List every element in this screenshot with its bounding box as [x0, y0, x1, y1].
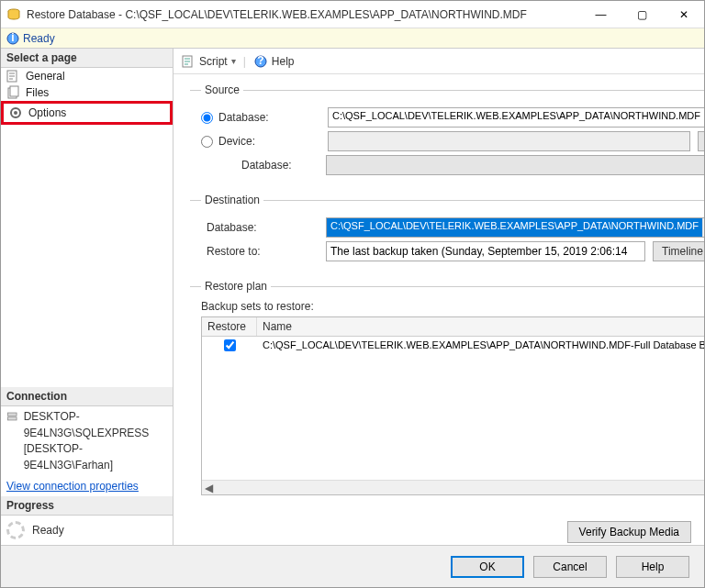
- verify-backup-media-button[interactable]: Verify Backup Media: [567, 521, 691, 543]
- source-database-radio[interactable]: [201, 112, 213, 124]
- col-restore[interactable]: Restore: [202, 317, 257, 336]
- source-sub-database-label: Database:: [201, 159, 319, 172]
- ready-icon: i: [6, 32, 19, 45]
- options-icon: [8, 105, 23, 120]
- svg-text:?: ?: [257, 54, 263, 67]
- svg-rect-9: [8, 417, 17, 420]
- dialog-footer: OK Cancel Help: [1, 545, 704, 587]
- horizontal-scrollbar[interactable]: ◀▶: [202, 480, 704, 494]
- svg-point-7: [14, 111, 17, 115]
- connection-heading: Connection: [1, 387, 173, 406]
- ok-button[interactable]: OK: [451, 556, 524, 578]
- destination-group: Destination Database: C:\QSF_LOCAL\DEV\T…: [190, 194, 704, 276]
- window-title: Restore Database - C:\QSF_LOCAL\DEV\TELE…: [27, 8, 580, 21]
- source-legend: Source: [201, 83, 243, 96]
- files-icon: [6, 85, 20, 100]
- titlebar: Restore Database - C:\QSF_LOCAL\DEV\TELE…: [1, 1, 704, 28]
- right-pane: Script ▾ | ? Help Source Database:: [173, 49, 704, 545]
- sidebar: Select a page General Files Options Conn…: [1, 49, 173, 545]
- help-icon: ?: [253, 54, 268, 69]
- timeline-button[interactable]: Timeline...: [653, 241, 704, 261]
- restore-plan-group: Restore plan Backup sets to restore: Res…: [190, 280, 704, 506]
- help-button[interactable]: Help: [616, 556, 689, 578]
- browse-device-button[interactable]: ...: [698, 131, 704, 151]
- source-device-radio[interactable]: [201, 136, 213, 148]
- backup-sets-label: Backup sets to restore:: [201, 300, 704, 313]
- destination-database-dropdown[interactable]: C:\QSF_LOCAL\DEV\TELERIK.WEB.EXAMPLES\AP…: [326, 217, 704, 238]
- ready-bar: i Ready: [1, 28, 704, 49]
- sidebar-item-options[interactable]: Options: [1, 101, 173, 125]
- sidebar-item-files[interactable]: Files: [1, 84, 173, 101]
- toolbar: Script ▾ | ? Help: [173, 49, 704, 74]
- svg-rect-5: [10, 86, 18, 96]
- backup-sets-grid: Restore Name Compo C:\QSF_LOCAL\DEV\TELE…: [201, 316, 704, 495]
- chevron-down-icon: ▾: [231, 56, 236, 66]
- script-button[interactable]: Script ▾: [181, 54, 236, 69]
- restore-to-input: [326, 241, 645, 261]
- col-name[interactable]: Name: [257, 317, 704, 336]
- sidebar-item-label: General: [26, 70, 65, 83]
- source-sub-database-dropdown: ▾: [326, 155, 704, 175]
- page-icon: [6, 69, 20, 83]
- minimize-button[interactable]: —: [580, 2, 621, 28]
- sidebar-item-general[interactable]: General: [1, 68, 173, 84]
- chevron-down-icon[interactable]: ▾: [702, 218, 704, 237]
- close-button[interactable]: ✕: [663, 2, 704, 28]
- source-device-input: [328, 131, 690, 151]
- script-icon: [181, 54, 196, 69]
- progress-status: Ready: [1, 516, 173, 545]
- server-icon: [6, 409, 18, 424]
- restore-plan-legend: Restore plan: [201, 280, 271, 293]
- cancel-button[interactable]: Cancel: [533, 556, 607, 578]
- source-group: Source Database: C:\QSF_LOCAL\DEV\TELERI…: [190, 83, 704, 190]
- connection-info: DESKTOP-9E4LN3G\SQLEXPRESS [DESKTOP-9E4L…: [1, 406, 173, 476]
- select-page-heading: Select a page: [1, 49, 173, 68]
- progress-spinner-icon: [6, 521, 25, 539]
- sidebar-item-label: Options: [28, 106, 66, 119]
- source-database-radio-label[interactable]: Database:: [201, 111, 320, 124]
- sidebar-item-label: Files: [26, 86, 49, 99]
- maximize-button[interactable]: ▢: [621, 2, 663, 28]
- destination-database-label: Database:: [201, 221, 319, 234]
- grid-header: Restore Name Compo: [202, 317, 704, 337]
- restore-db-icon: [6, 7, 21, 22]
- ready-text: Ready: [23, 32, 55, 45]
- svg-rect-8: [8, 413, 17, 416]
- progress-heading: Progress: [1, 496, 173, 516]
- table-row[interactable]: C:\QSF_LOCAL\DEV\TELERIK.WEB.EXAMPLES\AP…: [202, 337, 704, 356]
- source-database-dropdown[interactable]: C:\QSF_LOCAL\DEV\TELERIK.WEB.EXAMPLES\AP…: [328, 107, 704, 128]
- view-connection-properties-link[interactable]: View connection properties: [1, 476, 173, 496]
- help-button[interactable]: ? Help: [253, 54, 295, 69]
- svg-text:i: i: [11, 32, 14, 44]
- source-device-radio-label[interactable]: Device:: [201, 135, 320, 148]
- dialog-window: Restore Database - C:\QSF_LOCAL\DEV\TELE…: [0, 0, 705, 588]
- destination-legend: Destination: [201, 194, 263, 206]
- restore-checkbox[interactable]: [224, 339, 236, 351]
- restore-to-label: Restore to:: [201, 245, 319, 258]
